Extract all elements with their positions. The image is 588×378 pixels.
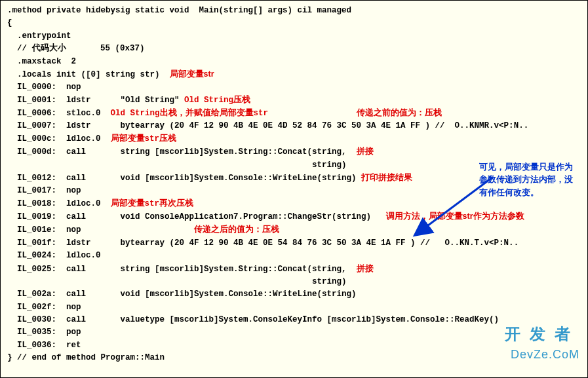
il-0036: IL_0036: ret [7, 339, 581, 352]
il-0024: IL_0024: ldloc.0 [7, 250, 581, 262]
il-0001-code: IL_0001: ldstr "Old String" [7, 96, 184, 105]
il-000d-annotation: 拼接 [357, 147, 374, 156]
il-0025-a: IL_0025: call string [mscorlib]System.St… [7, 263, 581, 276]
il-0007: IL_0007: ldstr bytearray (20 4F 12 90 4B… [7, 120, 581, 132]
note-line3: 有作任何改变。 [479, 187, 581, 199]
il-000c-annotation: 局部变量str压栈 [111, 134, 177, 143]
il-0025-code: IL_0025: call string [mscorlib]System.St… [7, 265, 357, 274]
il-0018-annotation: 局部变量str再次压栈 [111, 199, 194, 208]
note-line2: 参数传递到方法内部，没 [479, 174, 581, 186]
il-0012-annotation: 打印拼接结果 [361, 173, 412, 182]
il-0006: IL_0006: stloc.0 Old String出栈，并赋值给局部变量st… [7, 107, 581, 120]
il-0018-code: IL_0018: ldloc.0 [7, 199, 111, 208]
locals-code: .locals init ([0] string str) [7, 70, 170, 79]
explanation-callout: 可见，局部变量只是作为 参数传递到方法内部，没 有作任何改变。 [479, 161, 581, 199]
il-001e-code: IL_001e: nop [7, 225, 81, 235]
il-0000: IL_0000: nop [7, 81, 581, 94]
method-signature: .method private hidebysig static void Ma… [7, 5, 581, 17]
il-002a: IL_002a: call void [mscorlib]System.Cons… [7, 288, 581, 301]
il-000d-a: IL_000d: call string [mscorlib]System.St… [7, 145, 581, 159]
il-0025-b: string) [7, 276, 581, 288]
watermark-en: DevZe.CoM [505, 346, 579, 364]
il-0019-code: IL_0019: call void ConsoleApplication7.P… [7, 212, 386, 221]
il-0001: IL_0001: ldstr "Old String" Old String压栈 [7, 94, 581, 107]
brace-open: { [7, 17, 581, 29]
watermark-cn: 开发者 [505, 322, 579, 346]
il-000c-code: IL_000c: ldloc.0 [7, 134, 111, 143]
il-0012-code: IL_0012: call void [mscorlib]System.Cons… [7, 174, 361, 183]
il-0006-annotation: Old String出栈，并赋值给局部变量str [111, 109, 269, 118]
codesize-comment: // 代码大小 55 (0x37) [7, 43, 581, 55]
maxstack: .maxstack 2 [7, 56, 581, 68]
il-0030: IL_0030: call valuetype [mscorlib]System… [7, 314, 581, 326]
il-0025-annotation: 拼接 [357, 264, 374, 273]
brace-close: } // end of method Program::Main [7, 352, 581, 364]
il-001f-caption: 传递之后的值为：压栈 [194, 225, 279, 234]
il-0035: IL_0035: pop [7, 326, 581, 339]
locals: .locals init ([0] string str) 局部变量str [7, 68, 581, 81]
il-0001-annotation: Old String压栈 [184, 96, 250, 105]
locals-annotation: 局部变量str [170, 69, 214, 79]
code-panel: .method private hidebysig static void Ma… [0, 0, 588, 378]
il-0007-caption: 传递之前的值为：压栈 [357, 108, 442, 117]
il-002f: IL_002f: nop [7, 301, 581, 314]
il-0006-code: IL_0006: stloc.0 [7, 109, 111, 118]
note-line1: 可见，局部变量只是作为 [479, 161, 581, 174]
il-000d-code: IL_000d: call string [mscorlib]System.St… [7, 147, 357, 157]
watermark: 开发者 DevZe.CoM [505, 322, 579, 364]
entrypoint: .entrypoint [7, 30, 581, 43]
il-000c: IL_000c: ldloc.0 局部变量str压栈 [7, 133, 581, 145]
